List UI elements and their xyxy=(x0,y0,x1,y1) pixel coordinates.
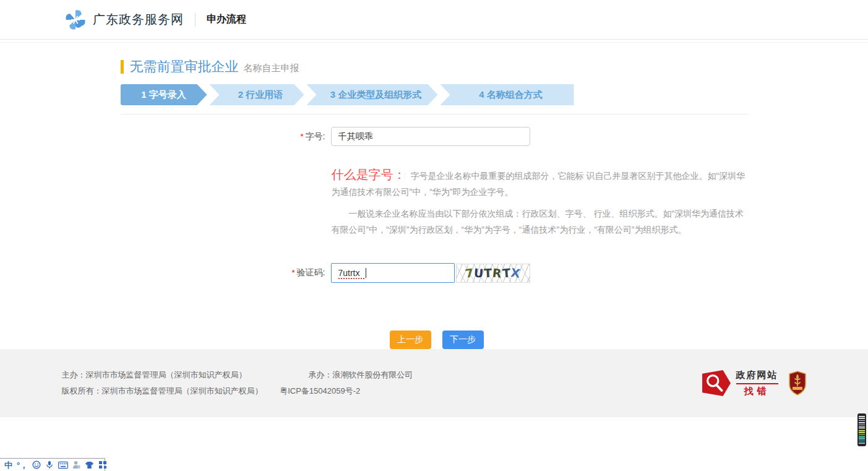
audio-level-widget[interactable] xyxy=(857,413,866,446)
badge-rule xyxy=(736,383,778,384)
captcha-input[interactable] xyxy=(331,263,455,283)
footer-text: 主办：深圳市市场监督管理局（深圳市知识产权局） 承办：浪潮软件股份有限公司 版权… xyxy=(62,365,413,402)
page: 广东政务服务网 申办流程 无需前置审批企业 名称自主申报 1 字号录入 2 行业… xyxy=(0,0,868,471)
badge-line1: 政府网站 xyxy=(736,369,778,381)
explanation-paragraph-1: 什么是字号：字号是企业名称中最重要的组成部分，它能标 识自己并显著区别于其他企业… xyxy=(332,166,750,200)
red-shield-badge-icon[interactable] xyxy=(788,371,807,395)
ime-keyboard-icon[interactable] xyxy=(58,461,68,469)
explanation-heading: 什么是字号： xyxy=(332,168,406,181)
ime-menu-grid-icon[interactable] xyxy=(98,460,107,469)
required-asterisk: * xyxy=(292,268,295,277)
footer-copyright: 版权所有：深圳市市场监督管理局（深圳市知识产权局） xyxy=(62,386,263,395)
step-2-industry[interactable]: 2 行业用语 xyxy=(210,84,304,105)
header-section-label: 申办流程 xyxy=(207,13,246,26)
previous-step-button[interactable]: 上一步 xyxy=(390,331,431,349)
main-content: 无需前置审批企业 名称自主申报 1 字号录入 2 行业用语 3 企业类型及组织形… xyxy=(0,43,868,349)
next-step-button[interactable]: 下一步 xyxy=(442,331,484,349)
site-home-link[interactable]: 广东政务服务网 xyxy=(64,9,184,31)
footer-host: 主办：深圳市市场监督管理局（深圳市知识产权局） xyxy=(62,370,247,379)
footer-icp-number: 粤ICP备15042059号-2 xyxy=(280,386,360,395)
button-row: 上一步 下一步 xyxy=(121,331,748,349)
explanation-paragraph-2: 一般说来企业名称应当由以下部分依次组成：行政区划、字号、 行业、组织形式。如“深… xyxy=(332,205,750,238)
ime-user-dict-icon[interactable] xyxy=(72,460,80,469)
zihao-row: *字号: xyxy=(121,127,748,146)
meter-gray-bars xyxy=(859,416,865,429)
ime-emoji-icon[interactable] xyxy=(32,460,41,469)
page-subtitle: 名称自主申报 xyxy=(244,63,299,74)
meter-yellow-bars xyxy=(859,430,865,436)
ime-skin-icon[interactable] xyxy=(85,461,94,469)
ime-toolbar: 中 °， xyxy=(0,458,105,471)
step-4-combination[interactable]: 4 名称组合方式 xyxy=(440,84,574,105)
footer: 主办：深圳市市场监督管理局（深圳市知识产权局） 承办：浪潮软件股份有限公司 版权… xyxy=(0,349,868,417)
footer-badges: 政府网站 找错 xyxy=(702,369,807,397)
gov-site-error-report-badge[interactable]: 政府网站 找错 xyxy=(702,369,778,397)
ime-punctuation-icon[interactable]: °， xyxy=(17,461,28,469)
captcha-label: *验证码: xyxy=(121,267,331,279)
ime-microphone-icon[interactable] xyxy=(45,460,54,469)
zihao-label: *字号: xyxy=(121,131,331,142)
page-title: 无需前置审批企业 名称自主申报 xyxy=(121,43,748,76)
spellcheck-squiggle xyxy=(338,278,364,279)
captcha-image[interactable]: 7UTRTX xyxy=(456,264,530,283)
step-1-zihao[interactable]: 1 字号录入 xyxy=(121,84,207,105)
text-cursor xyxy=(366,268,366,278)
step-indicator: 1 字号录入 2 行业用语 3 企业类型及组织形式 4 名称组合方式 xyxy=(121,84,748,105)
required-asterisk: * xyxy=(301,132,304,141)
section-divider xyxy=(121,114,748,115)
captcha-row: *验证码: 7UTRTX xyxy=(121,263,748,283)
ime-chinese-mode-icon[interactable]: 中 xyxy=(4,461,12,469)
zihao-input[interactable] xyxy=(331,127,530,146)
footer-undertaker: 承办：浪潮软件股份有限公司 xyxy=(308,370,413,379)
site-logo-icon xyxy=(64,9,87,31)
step-3-type[interactable]: 3 企业类型及组织形式 xyxy=(307,84,438,105)
meter-teal-bars xyxy=(859,436,865,444)
title-accent-bar xyxy=(121,60,124,74)
badge-line2: 找错 xyxy=(736,386,778,397)
magnifier-flag-icon xyxy=(702,369,731,397)
header-divider xyxy=(195,13,196,27)
site-title: 广东政务服务网 xyxy=(93,11,184,28)
explanation-block: 什么是字号：字号是企业名称中最重要的组成部分，它能标 识自己并显著区别于其他企业… xyxy=(332,166,750,238)
page-title-text: 无需前置审批企业 xyxy=(130,58,239,76)
header: 广东政务服务网 申办流程 xyxy=(0,0,868,40)
